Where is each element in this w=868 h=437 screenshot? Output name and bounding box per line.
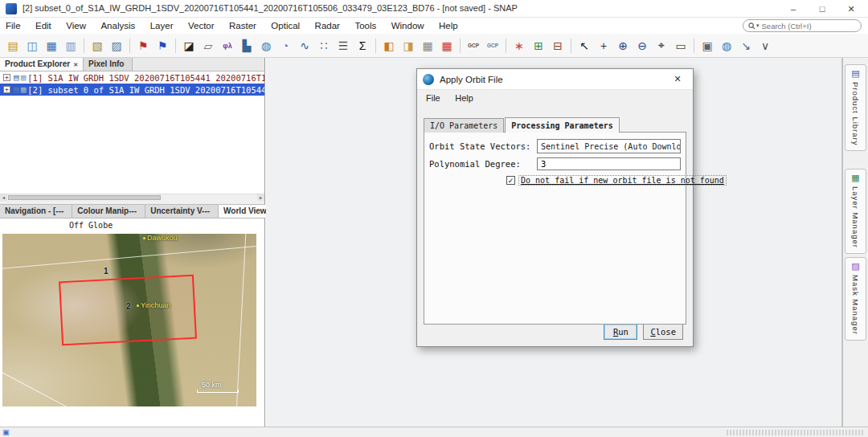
contrast-panel-icon[interactable]: ◪ xyxy=(180,37,198,55)
do-not-fail-checkbox-label[interactable]: Do not fail if new orbit file is not fou… xyxy=(518,175,727,186)
menu-item[interactable]: Optical xyxy=(265,18,305,34)
snapshot-tool-icon[interactable]: ▣ xyxy=(698,37,716,55)
panel-tab[interactable]: Navigation - [--- xyxy=(0,205,72,218)
right-sidebar: ▤ Product Library ▦ Layer Manager ▨ Mask… xyxy=(842,58,868,427)
horizontal-scrollbar[interactable]: ◂ ▸ xyxy=(0,194,264,201)
search-icon xyxy=(748,22,755,30)
tab-close-icon[interactable]: ✕ xyxy=(73,62,78,67)
save-product-icon[interactable]: ▦ xyxy=(43,37,60,55)
metadata-view-icon[interactable]: ☰ xyxy=(334,37,352,55)
graph-minus-icon[interactable]: ⊟ xyxy=(549,37,567,55)
menu-item[interactable]: Vector xyxy=(182,18,220,34)
import-product-icon[interactable]: ◫ xyxy=(23,37,41,55)
pin-manager-icon[interactable]: GCP xyxy=(484,37,502,55)
search-box[interactable]: ▾ xyxy=(743,19,862,32)
statistics-icon[interactable]: Σ xyxy=(354,37,371,55)
zoom-in-tool-icon[interactable]: ⊕ xyxy=(614,37,632,55)
maximize-button[interactable]: □ xyxy=(809,0,836,18)
menu-item[interactable]: Edit xyxy=(30,18,57,34)
scroll-left-icon[interactable]: ◂ xyxy=(0,194,7,201)
dialog-tab[interactable]: Processing Parameters xyxy=(505,117,619,133)
menu-item[interactable]: Layer xyxy=(145,18,179,34)
export-view-icon[interactable]: ↘ xyxy=(737,37,755,55)
panel-tab[interactable]: Uncertainty V--- xyxy=(145,205,219,218)
crosshair-tool-icon[interactable]: + xyxy=(595,37,612,55)
run-button[interactable]: Run xyxy=(604,324,637,340)
more-tools-chevron-icon[interactable]: ∨ xyxy=(756,37,774,55)
dialog-menu-item[interactable]: File xyxy=(420,91,446,106)
menu-item[interactable]: Raster xyxy=(223,18,262,34)
polynomial-degree-input[interactable] xyxy=(537,157,681,170)
band-maths-icon[interactable]: ◧ xyxy=(380,37,398,55)
band-merge-icon[interactable]: ◨ xyxy=(399,37,417,55)
expand-icon[interactable]: + xyxy=(3,86,10,93)
cursor-tool-icon[interactable]: ↖ xyxy=(575,37,593,55)
pin-tool-icon[interactable]: ⚑ xyxy=(134,37,152,55)
separator xyxy=(375,39,376,53)
menu-item[interactable]: Help xyxy=(433,18,464,34)
close-button[interactable]: ✕ xyxy=(837,0,865,18)
time-info-icon[interactable]: ◔ xyxy=(276,37,294,55)
graph-plus-icon[interactable]: ⊞ xyxy=(530,37,547,55)
sidebar-tab[interactable]: ▦ Layer Manager xyxy=(845,169,866,254)
do-not-fail-checkbox[interactable]: ✓ xyxy=(506,176,515,185)
zoom-out-tool-icon[interactable]: ⊖ xyxy=(633,37,651,55)
gcp-manager-icon[interactable]: GCP xyxy=(465,37,482,55)
dialog-tab[interactable]: I/O Parameters xyxy=(424,118,504,133)
world-map-icon[interactable]: ◍ xyxy=(257,37,275,55)
dialog-menu-item[interactable]: Help xyxy=(449,91,479,106)
profile-plot-icon[interactable]: ∿ xyxy=(296,37,313,55)
histogram-plot-icon[interactable]: ▙ xyxy=(238,37,256,55)
expand-icon[interactable]: + xyxy=(3,74,10,81)
export-product-icon[interactable]: ▥ xyxy=(62,37,80,55)
product-tree-item[interactable]: + ▤ ▦ [1] S1A_IW_GRDH_1SDV_20200716T1054… xyxy=(0,71,264,84)
world-view-panel: Shizuishan Dawukou Yinchuan 1 2 50 km Of… xyxy=(0,218,264,411)
tile-grid-red-icon[interactable]: ▦ xyxy=(438,37,456,55)
dialog-close-icon[interactable]: ✕ xyxy=(668,74,687,84)
panel-tab-label: Colour Manip--- xyxy=(77,206,137,215)
shape-tool-icon[interactable]: ▱ xyxy=(199,37,217,55)
product-explorer-tabs: Product Explorer✕ Pixel Info xyxy=(0,58,264,71)
status-bar: ▣ xyxy=(0,427,868,437)
sidebar-tab-icon: ▤ xyxy=(851,68,859,79)
product-tree-item[interactable]: + ▤ ▦ [2] subset_0_of_S1A_IW_GRDH_1SDV_2… xyxy=(0,84,264,96)
dialog-title-bar[interactable]: Apply Orbit File ✕ xyxy=(417,69,693,90)
separator xyxy=(571,39,571,53)
panel-tab[interactable]: Pixel Info xyxy=(84,58,133,71)
pan-tool-icon[interactable]: ⌖ xyxy=(653,37,670,55)
separator xyxy=(175,39,176,53)
menu-item[interactable]: Window xyxy=(386,18,430,34)
menu-item[interactable]: Tools xyxy=(349,18,382,34)
gcp-tool-icon[interactable]: ⚑ xyxy=(154,37,171,55)
scroll-right-icon[interactable]: ▸ xyxy=(257,194,264,201)
menu-item[interactable]: Radar xyxy=(309,18,346,34)
sidebar-tab[interactable]: ▨ Mask Manager xyxy=(845,257,866,341)
panel-tab[interactable]: Colour Manip--- xyxy=(72,205,145,218)
world-view-map[interactable]: Shizuishan Dawukou Yinchuan 1 2 50 km xyxy=(2,220,256,406)
minimize-button[interactable]: – xyxy=(780,0,807,18)
globe-view-icon[interactable]: ◍ xyxy=(718,37,735,55)
tile-grid-icon[interactable]: ▦ xyxy=(419,37,436,55)
menu-item[interactable]: Analysis xyxy=(95,18,141,34)
panel-tab[interactable]: Product Explorer✕ xyxy=(0,58,84,71)
panel-tab-label: Navigation - [--- xyxy=(5,206,63,215)
geo-coding-icon[interactable]: φλ xyxy=(219,37,236,55)
close-dialog-button[interactable]: Close xyxy=(643,324,683,340)
scatter-plot-icon[interactable]: ∷ xyxy=(315,37,333,55)
dialog-app-icon xyxy=(423,74,434,85)
zoom-all-tool-icon[interactable]: ▭ xyxy=(672,37,690,55)
search-input[interactable] xyxy=(762,22,856,31)
orbit-state-vectors-select[interactable]: Sentinel Precise (Auto Download) ▼ xyxy=(537,139,681,153)
orbit-state-vectors-label: Orbit State Vectors: xyxy=(429,141,537,151)
panel-minimize-icon[interactable]: — xyxy=(253,206,260,214)
open-product-icon[interactable]: ▤ xyxy=(4,37,22,55)
node-tool-icon[interactable]: ∗ xyxy=(510,37,528,55)
session-save-icon[interactable]: ▨ xyxy=(108,37,125,55)
menu-item[interactable]: View xyxy=(60,18,92,34)
map-scale-label: 50 km xyxy=(202,381,222,389)
session-open-icon[interactable]: ▧ xyxy=(88,37,106,55)
window-title: [2] subset_0_of_S1A_IW_GRDH_1SDV_2020071… xyxy=(23,3,518,13)
sidebar-tab[interactable]: ▤ Product Library xyxy=(845,64,866,151)
menu-item[interactable]: File xyxy=(0,18,27,34)
scrollbar-thumb[interactable] xyxy=(8,195,161,200)
